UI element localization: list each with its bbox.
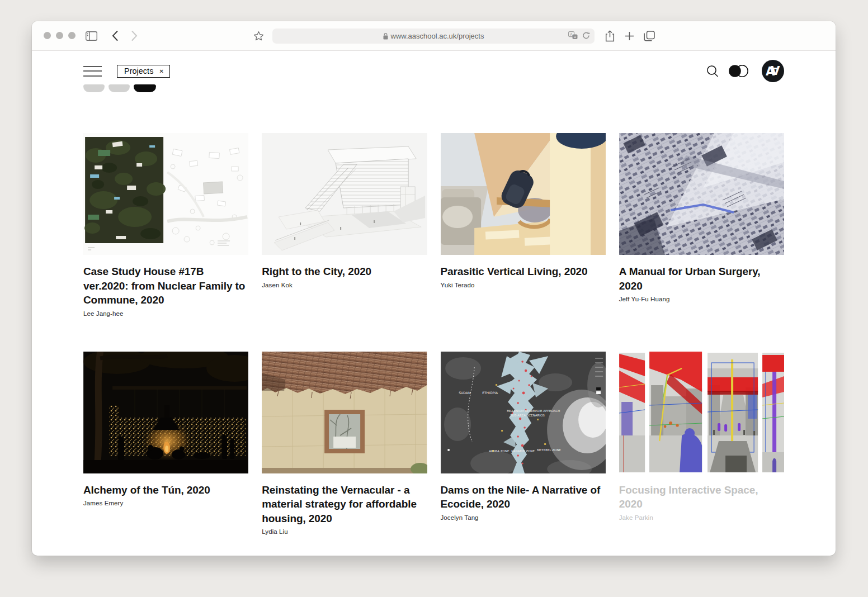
traffic-light-minimize-icon[interactable] — [56, 32, 63, 39]
svg-text:A: A — [771, 63, 780, 77]
filter-pill[interactable] — [83, 84, 105, 92]
project-card[interactable]: Parasitic Vertical Living, 2020 Yuki Ter… — [441, 133, 606, 317]
url-text: www.aaschool.ac.uk/projects — [391, 32, 484, 40]
svg-text:A: A — [570, 32, 573, 37]
project-author: Yuki Terado — [441, 282, 606, 288]
project-thumbnail[interactable] — [441, 133, 606, 255]
search-icon[interactable] — [706, 65, 719, 78]
project-thumbnail[interactable] — [83, 352, 248, 473]
tag-close-icon[interactable]: ✕ — [159, 68, 163, 74]
project-card[interactable]: Focusing Interactive Space, 2020 Jake Pa… — [619, 352, 784, 536]
address-bar[interactable]: www.aaschool.ac.uk/projects Aa — [272, 29, 595, 44]
projects-tag-label: Projects — [124, 67, 153, 75]
svg-text:ETHIOPIA: ETHIOPIA — [482, 391, 498, 395]
project-title[interactable]: Alchemy of the Tún, 2020 — [83, 483, 248, 498]
forward-icon[interactable] — [128, 29, 141, 42]
projects-filter-tag[interactable]: Projects ✕ — [117, 65, 170, 78]
theme-toggle[interactable] — [728, 64, 749, 78]
browser-window: www.aaschool.ac.uk/projects Aa Projects … — [32, 21, 836, 556]
project-author: Jake Parkin — [619, 514, 784, 521]
project-title[interactable]: Parasitic Vertical Living, 2020 — [441, 264, 606, 279]
project-title[interactable]: Case Study House #17B ver.2020: from Nuc… — [83, 264, 248, 307]
project-card[interactable]: SUDAN ETHIOPIA MILLENIUM RESERVOIR APPRO… — [441, 352, 606, 536]
project-title[interactable]: Reinstating the Vernacular - a material … — [262, 483, 427, 526]
site-header: Projects ✕ AA — [83, 51, 784, 78]
filter-pills-row — [83, 84, 784, 93]
svg-text:SUB-AREA SCENARIOS: SUB-AREA SCENARIOS — [510, 414, 545, 417]
browser-toolbar: www.aaschool.ac.uk/projects Aa — [32, 21, 836, 51]
project-title[interactable]: Right to the City, 2020 — [262, 264, 427, 279]
project-thumbnail[interactable]: SUDAN ETHIOPIA MILLENIUM RESERVOIR APPRO… — [441, 352, 606, 473]
project-card[interactable]: Case Study House #17B ver.2020: from Nuc… — [83, 133, 248, 317]
project-author: Lee Jang-hee — [83, 310, 248, 317]
svg-text:a: a — [574, 35, 576, 39]
new-tab-icon[interactable] — [622, 29, 636, 42]
project-thumbnail[interactable] — [262, 352, 427, 473]
share-icon[interactable] — [603, 29, 616, 42]
svg-text:METEREL ZONE: METEREL ZONE — [537, 448, 561, 452]
tab-overview-icon[interactable] — [643, 29, 656, 42]
lock-icon — [383, 33, 388, 40]
project-title[interactable]: Dams on the Nile- A Narrative of Ecocide… — [441, 483, 606, 511]
aa-school-logo[interactable]: AA — [762, 60, 784, 82]
project-thumbnail[interactable] — [619, 352, 784, 473]
back-icon[interactable] — [108, 29, 121, 42]
project-thumbnail[interactable] — [619, 133, 784, 255]
project-author: Jeff Yu-Fu Huang — [619, 296, 784, 302]
traffic-light-zoom-icon[interactable] — [68, 32, 76, 39]
project-author: James Emery — [83, 500, 248, 506]
menu-hamburger-icon[interactable] — [83, 66, 102, 77]
svg-text:MILLENIUM RESERVOIR APPROACH: MILLENIUM RESERVOIR APPROACH — [507, 409, 560, 413]
svg-text:KANARIB ZONE: KANARIB ZONE — [511, 449, 535, 453]
filter-pill-active[interactable] — [134, 84, 156, 92]
projects-grid: Case Study House #17B ver.2020: from Nuc… — [83, 133, 784, 535]
svg-text:SUDAN: SUDAN — [459, 391, 470, 395]
project-card[interactable]: Alchemy of the Tún, 2020 James Emery — [83, 352, 248, 536]
traffic-light-close-icon[interactable] — [44, 32, 51, 39]
project-thumbnail[interactable] — [83, 133, 248, 255]
project-title[interactable]: A Manual for Urban Surgery, 2020 — [619, 264, 784, 293]
project-author: Jasen Kok — [262, 282, 427, 288]
project-card[interactable]: A Manual for Urban Surgery, 2020 Jeff Yu… — [619, 133, 784, 317]
project-author: Lydia Liu — [262, 528, 427, 535]
reload-icon[interactable] — [582, 31, 590, 40]
page-content: Projects ✕ AA — [32, 51, 836, 556]
filter-pill[interactable] — [108, 84, 130, 92]
project-thumbnail[interactable] — [262, 133, 427, 255]
bookmark-star-icon[interactable] — [252, 29, 265, 42]
sidebar-toggle-icon[interactable] — [84, 29, 98, 42]
project-card[interactable]: Reinstating the Vernacular - a material … — [262, 352, 427, 536]
project-author: Jocelyn Tang — [441, 514, 606, 521]
project-title[interactable]: Focusing Interactive Space, 2020 — [619, 483, 784, 511]
translate-icon[interactable]: Aa — [568, 31, 578, 40]
svg-text:AKOBA ZONE: AKOBA ZONE — [489, 449, 510, 453]
project-card[interactable]: Right to the City, 2020 Jasen Kok — [262, 133, 427, 317]
